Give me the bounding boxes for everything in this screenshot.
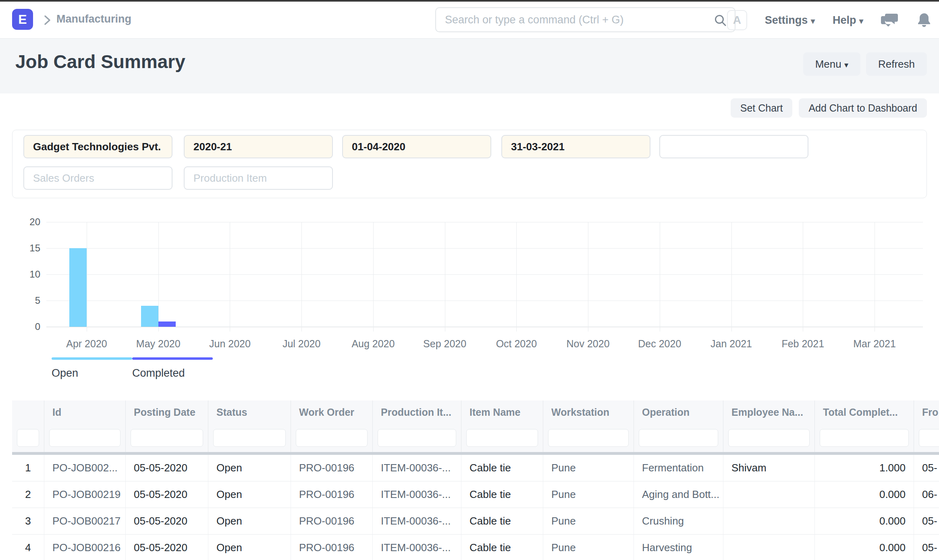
column-header-employee-na[interactable]: Employee Na...	[723, 400, 815, 424]
table-cell: 05-	[914, 535, 939, 560]
chart-xtick-label: Oct 2020	[480, 338, 552, 350]
column-filter-input[interactable]	[17, 429, 39, 447]
table-cell[interactable]: PRO-00196	[291, 535, 373, 560]
column-filter-input[interactable]	[548, 429, 629, 447]
column-filter-input[interactable]	[820, 429, 909, 447]
table-cell[interactable]: ITEM-00036-...	[373, 535, 461, 560]
column-header-total-complet[interactable]: Total Complet...	[815, 400, 914, 424]
chart-ytick-label: 20	[12, 216, 40, 228]
table-cell: 05-	[914, 455, 939, 481]
table-cell: 06-	[914, 481, 939, 508]
set-chart-button[interactable]: Set Chart	[731, 98, 793, 118]
table-cell[interactable]: PRO-00196	[291, 481, 373, 508]
menu-button[interactable]: Menu ▾	[803, 52, 860, 76]
legend-item-completed: Completed	[132, 357, 213, 380]
column-filter-input[interactable]	[728, 429, 810, 447]
column-filter-cell	[291, 424, 373, 452]
global-search	[435, 7, 735, 32]
column-header-item-name[interactable]: Item Name	[461, 400, 543, 424]
from-date-filter[interactable]	[342, 135, 491, 158]
column-filter-cell	[12, 424, 44, 452]
table-cell: Cable tie	[461, 481, 543, 508]
table-cell: Shivam	[723, 455, 815, 481]
company-filter[interactable]	[23, 135, 172, 158]
column-header-posting-date[interactable]: Posting Date	[126, 400, 208, 424]
breadcrumb-chevron-icon	[42, 13, 52, 27]
table-cell[interactable]: ITEM-00036-...	[373, 455, 461, 481]
column-filter-input[interactable]	[296, 429, 368, 447]
chart-gridline-x	[87, 222, 87, 332]
column-header-status[interactable]: Status	[208, 400, 291, 424]
column-header-index[interactable]	[12, 400, 44, 424]
table-cell[interactable]: ITEM-00036-...	[373, 481, 461, 508]
table-cell: Cable tie	[461, 455, 543, 481]
report-table: IdPosting DateStatusWork OrderProduction…	[12, 400, 939, 560]
chart-xtick-label: Feb 2021	[767, 338, 839, 350]
search-icon[interactable]	[714, 14, 727, 27]
table-cell[interactable]: PO-JOB002...	[44, 455, 126, 481]
chart-xtick-label: Nov 2020	[552, 338, 624, 350]
column-header-operation[interactable]: Operation	[634, 400, 723, 424]
column-filter-input[interactable]	[639, 429, 718, 447]
table-cell: Cable tie	[461, 508, 543, 535]
add-chart-to-dashboard-button[interactable]: Add Chart to Dashboard	[799, 98, 927, 118]
chat-icon[interactable]	[881, 12, 899, 28]
table-freeze-divider	[12, 452, 939, 455]
column-filter-input[interactable]	[213, 429, 286, 447]
chart-xtick-label: May 2020	[123, 338, 194, 350]
row-index: 3	[12, 508, 44, 535]
table-cell: 0.000	[815, 535, 914, 560]
table-cell[interactable]: PRO-00196	[291, 455, 373, 481]
column-filter-input[interactable]	[131, 429, 203, 447]
table-cell[interactable]: PO-JOB00217	[44, 508, 126, 535]
breadcrumb-manufacturing[interactable]: Manufacturing	[56, 13, 131, 25]
row-index: 4	[12, 535, 44, 560]
chart-bar-completed	[158, 321, 176, 327]
column-filter-input[interactable]	[466, 429, 538, 447]
table-cell: 05-05-2020	[126, 481, 208, 508]
chart-bar-open	[141, 306, 158, 327]
user-avatar[interactable]: A	[727, 10, 747, 30]
table-cell[interactable]: ITEM-00036-...	[373, 508, 461, 535]
column-filter-cell	[634, 424, 723, 452]
chart-xtick-label: Aug 2020	[337, 338, 409, 350]
column-header-fro[interactable]: Fro	[914, 400, 939, 424]
column-header-id[interactable]: Id	[44, 400, 126, 424]
table-cell: Pune	[543, 455, 634, 481]
chart-gridline-x	[301, 222, 302, 332]
help-menu[interactable]: Help ▾	[833, 14, 863, 27]
notifications-bell-icon[interactable]	[916, 12, 932, 29]
row-index: 1	[12, 455, 44, 481]
chart-actions: Set Chart Add Chart to Dashboard	[731, 98, 927, 118]
column-filter-input[interactable]	[49, 429, 120, 447]
column-header-workstation[interactable]: Workstation	[543, 400, 634, 424]
extra-filter[interactable]	[659, 135, 808, 158]
table-cell[interactable]: PRO-00196	[291, 508, 373, 535]
column-filter-cell	[543, 424, 634, 452]
to-date-filter[interactable]	[501, 135, 650, 158]
chart-gridline-x	[660, 222, 660, 332]
production-item-filter[interactable]	[184, 166, 333, 190]
sales-orders-filter[interactable]	[23, 166, 172, 190]
chevron-down-icon: ▾	[811, 17, 815, 25]
settings-menu[interactable]: Settings ▾	[765, 14, 815, 27]
table-cell[interactable]: PO-JOB00219	[44, 481, 126, 508]
refresh-button[interactable]: Refresh	[866, 52, 927, 76]
report-filters	[12, 130, 927, 198]
table-row: 2PO-JOB0021905-05-2020OpenPRO-00196ITEM-…	[12, 481, 939, 508]
row-index: 2	[12, 481, 44, 508]
column-filter-input[interactable]	[919, 429, 939, 447]
fiscal-year-filter[interactable]	[184, 135, 333, 158]
table-cell: Harvesting	[634, 535, 723, 560]
table-cell: 0.000	[815, 508, 914, 535]
table-cell: 05-05-2020	[126, 535, 208, 560]
column-filter-input[interactable]	[378, 429, 456, 447]
search-input[interactable]	[445, 8, 703, 31]
table-cell[interactable]: PO-JOB00216	[44, 535, 126, 560]
column-header-work-order[interactable]: Work Order	[291, 400, 373, 424]
app-logo[interactable]: E	[12, 9, 33, 30]
column-header-production-it[interactable]: Production It...	[373, 400, 461, 424]
legend-swatch	[52, 357, 132, 360]
chart-xtick-label: Dec 2020	[624, 338, 696, 350]
table-cell	[723, 481, 815, 508]
